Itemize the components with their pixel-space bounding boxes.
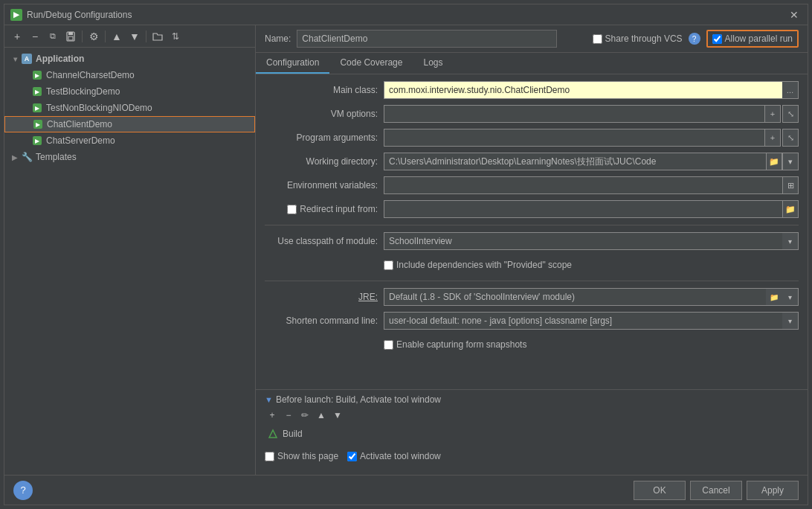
jre-select[interactable]: Default (1.8 - SDK of 'SchoolInterview' …: [384, 288, 799, 306]
show-page-checkbox[interactable]: [265, 452, 274, 461]
item-label: ChatClientDemo: [47, 119, 112, 129]
working-dir-input[interactable]: [384, 153, 766, 170]
jre-select-wrapper: Default (1.8 - SDK of 'SchoolInterview' …: [384, 288, 799, 306]
activate-window-label[interactable]: Activate tool window: [347, 451, 441, 461]
vm-options-input[interactable]: [384, 105, 764, 123]
activate-window-checkbox[interactable]: [347, 452, 357, 461]
classpath-select-wrapper: SchoolInterview ▾: [384, 232, 799, 250]
vcs-help-icon[interactable]: ?: [689, 33, 700, 45]
application-group-header[interactable]: ▾ A Application: [4, 51, 255, 67]
working-dir-label: Working directory:: [265, 156, 384, 167]
remove-config-button[interactable]: −: [27, 28, 43, 45]
item-label: ChannelCharsetDemo: [46, 70, 135, 80]
tree-item-chatserverdemo[interactable]: ▶ ChatServerDemo: [4, 132, 255, 149]
apply-button[interactable]: Apply: [747, 481, 799, 500]
config-tree[interactable]: ▾ A Application ▶ ChannelCharsetDemo: [4, 48, 255, 475]
share-vcs-checkbox[interactable]: [593, 34, 602, 44]
redirect-input-check-label[interactable]: Redirect input from:: [265, 204, 378, 214]
sort-button[interactable]: ⇅: [167, 28, 184, 45]
include-deps-label[interactable]: Include dependencies with "Provided" sco…: [384, 260, 572, 270]
vm-options-row: VM options: + ⤡: [265, 104, 799, 124]
dialog-title: Run/Debug Configurations: [27, 10, 787, 20]
main-class-row: Main class: …: [265, 80, 799, 100]
titlebar: ▶ Run/Debug Configurations ✕: [4, 4, 808, 25]
templates-expand-icon: ▶: [10, 153, 19, 161]
before-launch-up-button[interactable]: ▲: [314, 408, 329, 423]
svg-rect-1: [68, 32, 73, 35]
svg-marker-3: [269, 430, 277, 438]
include-deps-row: Include dependencies with "Provided" sco…: [265, 255, 799, 275]
before-launch-remove-button[interactable]: −: [281, 408, 296, 423]
working-dir-row: Working directory: 📁 ▾: [265, 152, 799, 171]
redirect-input-field-wrapper: 📁: [384, 200, 799, 218]
shorten-cmd-label: Shorten command line:: [265, 316, 384, 326]
classpath-select[interactable]: SchoolInterview: [384, 232, 799, 250]
before-launch-build-item[interactable]: Build: [265, 426, 799, 442]
move-up-button[interactable]: ▲: [109, 28, 125, 45]
copy-config-button[interactable]: ⧉: [45, 28, 61, 45]
vm-options-shrink-button[interactable]: ⤡: [782, 105, 799, 123]
templates-item[interactable]: ▶ 🔧 Templates: [4, 149, 255, 165]
tree-item-testnonblockingniodemo[interactable]: ▶ TestNonBlockingNIODemo: [4, 100, 255, 116]
redirect-input-row: Redirect input from: 📁: [265, 199, 799, 219]
folder-button[interactable]: [149, 28, 166, 45]
tab-configuration[interactable]: Configuration: [256, 53, 329, 74]
add-config-button[interactable]: +: [9, 28, 25, 45]
env-vars-field-wrapper: ⊞: [384, 176, 799, 194]
working-dir-dropdown-button[interactable]: ▾: [782, 153, 799, 170]
before-launch-edit-button[interactable]: ✏: [297, 408, 312, 423]
env-vars-input[interactable]: [384, 176, 782, 194]
run-debug-dialog: ▶ Run/Debug Configurations ✕ + − ⧉ ⚙ ▲ ▼: [4, 4, 808, 505]
application-group-label: Application: [36, 54, 84, 64]
program-args-shrink-button[interactable]: ⤡: [782, 129, 799, 147]
tree-item-testblockingdemo[interactable]: ▶ TestBlockingDemo: [4, 83, 255, 100]
item-label: ChatServerDemo: [46, 135, 115, 146]
include-deps-checkbox[interactable]: [384, 260, 393, 270]
save-config-button[interactable]: [62, 28, 79, 45]
allow-parallel-checkbox[interactable]: [712, 34, 722, 44]
shorten-cmd-row: Shorten command line: user-local default…: [265, 311, 799, 330]
env-vars-edit-button[interactable]: ⊞: [782, 176, 799, 194]
vm-options-expand-button[interactable]: +: [764, 105, 781, 123]
application-group: ▾ A Application ▶ ChannelCharsetDemo: [4, 51, 255, 149]
working-dir-folder-button[interactable]: 📁: [766, 153, 782, 170]
tab-logs[interactable]: Logs: [413, 53, 453, 74]
program-args-row: Program arguments: + ⤡: [265, 128, 799, 147]
program-args-expand-button[interactable]: +: [764, 129, 781, 147]
redirect-input-checkbox[interactable]: [287, 205, 297, 214]
jre-field-wrapper: Default (1.8 - SDK of 'SchoolInterview' …: [384, 288, 799, 306]
help-button[interactable]: ?: [13, 481, 33, 500]
before-launch-down-button[interactable]: ▼: [330, 408, 345, 423]
expand-icon: ▾: [10, 54, 19, 63]
main-class-more-button[interactable]: …: [782, 81, 799, 99]
settings-config-button[interactable]: ⚙: [86, 28, 102, 45]
env-vars-label: Environment variables:: [265, 180, 384, 191]
close-button[interactable]: ✕: [787, 7, 802, 22]
main-class-label: Main class:: [265, 85, 384, 95]
build-label: Build: [283, 429, 303, 439]
tab-code-coverage[interactable]: Code Coverage: [329, 53, 413, 74]
before-launch-add-button[interactable]: +: [265, 408, 280, 423]
jre-row: JRE: Default (1.8 - SDK of 'SchoolInterv…: [265, 287, 799, 307]
allow-parallel-label[interactable]: Allow parallel run: [712, 33, 793, 44]
share-vcs-label[interactable]: Share through VCS: [593, 33, 683, 44]
redirect-input-folder-button[interactable]: 📁: [782, 200, 799, 218]
cancel-button[interactable]: Cancel: [690, 481, 742, 500]
main-class-field-wrapper: …: [384, 81, 799, 99]
enable-snapshots-checkbox[interactable]: [384, 340, 393, 350]
name-input[interactable]: [297, 30, 557, 48]
form-divider: [265, 225, 799, 225]
before-launch-toolbar: + − ✏ ▲ ▼: [265, 408, 799, 423]
ok-button[interactable]: OK: [634, 481, 686, 500]
program-args-input[interactable]: [384, 129, 764, 147]
enable-snapshots-label[interactable]: Enable capturing form snapshots: [384, 339, 526, 350]
tree-item-channelcharsetdemo[interactable]: ▶ ChannelCharsetDemo: [4, 67, 255, 83]
tree-item-chatclientdemo[interactable]: ▶ ChatClientDemo: [4, 116, 255, 132]
redirect-input-field[interactable]: [384, 200, 782, 218]
classpath-row: Use classpath of module: SchoolInterview…: [265, 231, 799, 251]
move-down-button[interactable]: ▼: [126, 28, 143, 45]
shorten-cmd-select[interactable]: user-local default: none - java [options…: [384, 312, 799, 330]
show-page-label[interactable]: Show this page: [265, 451, 338, 461]
main-class-input[interactable]: [384, 81, 782, 99]
config-name-header: Name: Share through VCS ? Allow parallel…: [256, 25, 808, 53]
